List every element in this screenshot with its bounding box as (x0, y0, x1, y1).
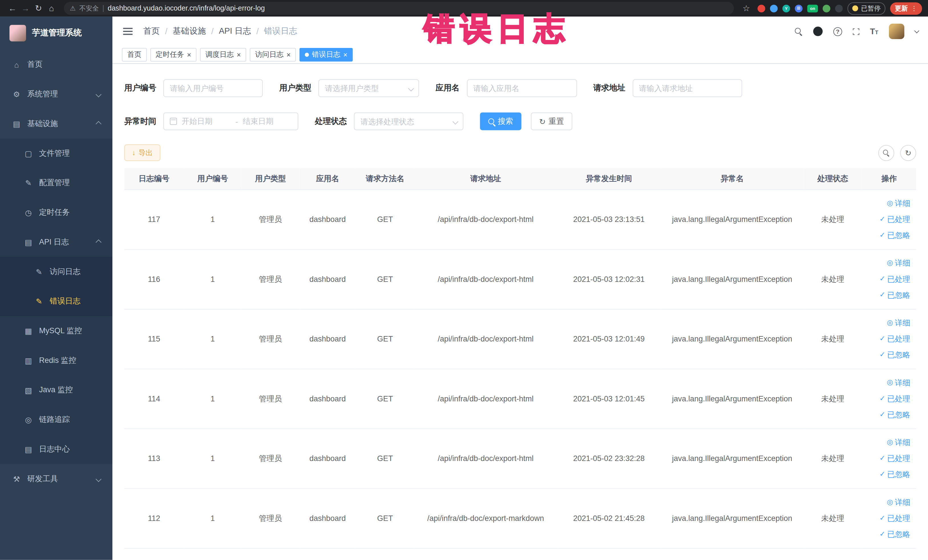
end-date-placeholder: 结束日期 (243, 116, 292, 127)
sidebar-item-job[interactable]: ◷定时任务 (0, 198, 112, 227)
sidebar-item-api-log[interactable]: ▤API 日志 (0, 227, 112, 257)
close-icon[interactable]: × (343, 51, 348, 58)
navbar-actions: ? TT (795, 24, 919, 39)
home-icon[interactable]: ⌂ (45, 3, 58, 13)
question-icon[interactable]: ? (833, 27, 842, 36)
extension-blue-drop-icon[interactable] (770, 5, 778, 12)
search-button[interactable]: 搜索 (480, 112, 522, 130)
forward-arrow-icon[interactable]: → (19, 3, 32, 13)
action-processed-link[interactable]: ✓已处理 (865, 510, 910, 526)
close-icon[interactable]: × (237, 51, 241, 58)
address-bar[interactable]: ⚠ 不安全 | dashboard.yudao.iocoder.cn/infra… (64, 2, 734, 15)
sidebar-item-system[interactable]: ⚙系统管理 (0, 79, 112, 109)
user-id-input[interactable] (163, 79, 263, 97)
close-icon[interactable]: × (187, 51, 191, 58)
url-text[interactable]: dashboard.yudao.iocoder.cn/infra/log/api… (108, 4, 265, 12)
paused-badge[interactable]: 已暂停 (847, 2, 885, 15)
reload-icon[interactable]: ↻ (32, 3, 45, 13)
action-detail-link[interactable]: ◎详细 (865, 375, 910, 391)
sidebar-item-label: 访问日志 (50, 267, 81, 277)
cell-id: 117 (124, 189, 184, 249)
cell-url: /api/infra/db-doc/export-html (414, 189, 557, 249)
action-processed-link[interactable]: ✓已处理 (865, 391, 910, 406)
action-label: 详细 (895, 435, 910, 450)
toggle-search-button[interactable] (878, 145, 894, 160)
tab-定时任务[interactable]: 定时任务× (150, 48, 197, 62)
sidebar-item-file[interactable]: ▢文件管理 (0, 138, 112, 168)
breadcrumb-item[interactable]: 基础设施 (173, 26, 206, 37)
breadcrumb-item[interactable]: API 日志 (219, 26, 251, 37)
sidebar-item-label: 基础设施 (27, 118, 58, 129)
sidebar-item-devtools[interactable]: ⚒研发工具 (0, 464, 112, 493)
bookmark-star-icon[interactable]: ☆ (740, 3, 753, 13)
action-detail-link[interactable]: ◎详细 (865, 195, 910, 211)
app-name-input[interactable] (467, 79, 577, 97)
action-detail-link[interactable]: ◎详细 (865, 494, 910, 510)
breadcrumb-separator: / (165, 26, 168, 36)
breadcrumb-item[interactable]: 首页 (143, 26, 160, 37)
cell-exception: java.lang.IllegalArgumentException (661, 249, 804, 309)
action-processed-link[interactable]: ✓已处理 (865, 331, 910, 347)
sidebar-item-access-log[interactable]: ✎访问日志 (0, 257, 112, 287)
app-logo[interactable]: 芋道管理系统 (0, 17, 112, 50)
tab-错误日志[interactable]: 错误日志× (299, 48, 353, 62)
search-icon[interactable] (795, 27, 803, 35)
process-status-select[interactable] (354, 112, 464, 130)
sidebar-item-log-center[interactable]: ▤日志中心 (0, 435, 112, 464)
tab-调度日志[interactable]: 调度日志× (200, 48, 246, 62)
chevron-down-icon[interactable] (914, 28, 919, 33)
tab-访问日志[interactable]: 访问日志× (250, 48, 296, 62)
extension-green-on-icon[interactable]: on (807, 5, 818, 12)
security-label[interactable]: 不安全 (79, 4, 99, 12)
sidebar-item-redis[interactable]: ▥Redis 监控 (0, 346, 112, 375)
action-detail-link[interactable]: ◎详细 (865, 255, 910, 271)
user-avatar[interactable] (889, 24, 904, 39)
export-button[interactable]: ↓ 导出 (124, 144, 160, 161)
action-ignored-link[interactable]: ✓已忽略 (865, 287, 910, 303)
action-ignored-link[interactable]: ✓已忽略 (865, 467, 910, 482)
sidebar-item-infra[interactable]: ▤基础设施 (0, 109, 112, 139)
action-label: 已处理 (887, 331, 910, 347)
cell-app: dashboard (299, 189, 356, 249)
sidebar-item-mysql[interactable]: ▦MySQL 监控 (0, 316, 112, 346)
tags-view-bar: 首页定时任务×调度日志×访问日志×错误日志× (112, 46, 928, 64)
action-ignored-link[interactable]: ✓已忽略 (865, 526, 910, 542)
action-detail-link[interactable]: ◎详细 (865, 315, 910, 331)
date-range-picker[interactable]: 开始日期 - 结束日期 (163, 112, 298, 130)
request-url-input[interactable] (632, 79, 742, 97)
extension-teal-y-icon[interactable]: Y (783, 5, 790, 12)
action-processed-link[interactable]: ✓已处理 (865, 450, 910, 467)
font-size-icon[interactable]: TT (870, 27, 878, 35)
extension-green-leaf-icon[interactable] (823, 5, 830, 12)
close-icon[interactable]: × (286, 51, 291, 58)
sidebar-item-error-log[interactable]: ✎错误日志 (0, 287, 112, 316)
sidebar-item-trace[interactable]: ◎链路追踪 (0, 405, 112, 435)
extension-red-circle-icon[interactable] (757, 5, 765, 12)
action-ignored-link[interactable]: ✓已忽略 (865, 406, 910, 423)
action-ignored-link[interactable]: ✓已忽略 (865, 227, 910, 243)
cell-user-id: 1 (184, 369, 241, 429)
cell-user-type: 管理员 (242, 429, 299, 488)
hamburger-icon[interactable] (122, 25, 133, 37)
user-type-select[interactable] (318, 79, 419, 97)
cell-actions: ◎详细✓已处理✓已忽略 (862, 488, 916, 548)
kebab-menu-icon[interactable]: ⋮ (911, 5, 917, 12)
action-processed-link[interactable]: ✓已处理 (865, 211, 910, 227)
extension-blue-grid-icon[interactable]: ⊞ (795, 5, 803, 12)
extension-dark-paw-icon[interactable] (835, 5, 843, 12)
sidebar-item-home[interactable]: ⌂首页 (0, 50, 112, 79)
github-icon[interactable] (813, 26, 823, 36)
action-label: 已处理 (887, 510, 910, 526)
action-detail-link[interactable]: ◎详细 (865, 435, 910, 450)
update-button[interactable]: 更新 ⋮ (890, 2, 922, 15)
sidebar-item-java[interactable]: ▧Java 监控 (0, 375, 112, 405)
refresh-button[interactable]: ↻ (900, 145, 916, 160)
sidebar-item-config[interactable]: ✎配置管理 (0, 168, 112, 198)
action-ignored-link[interactable]: ✓已忽略 (865, 347, 910, 363)
action-processed-link[interactable]: ✓已处理 (865, 271, 910, 287)
action-label: 已处理 (887, 391, 910, 406)
back-arrow-icon[interactable]: ← (6, 3, 19, 13)
tab-首页[interactable]: 首页 (122, 48, 147, 62)
reset-button[interactable]: ↻ 重置 (531, 112, 572, 130)
fullscreen-icon[interactable] (853, 28, 859, 35)
